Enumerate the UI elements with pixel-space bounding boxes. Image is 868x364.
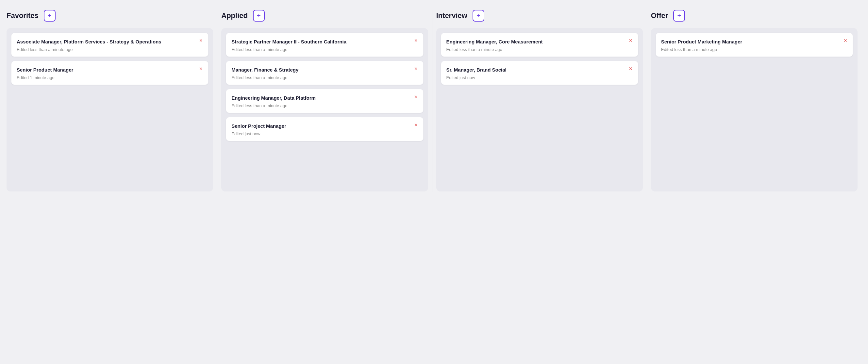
card[interactable]: Senior Product ManagerEdited 1 minute ag… (11, 61, 209, 85)
cards-container-favorites: Associate Manager, Platform Services - S… (6, 28, 213, 191)
card-edited-timestamp: Edited less than a minute ago (661, 47, 847, 52)
cards-container-offer: Senior Product Marketing ManagerEdited l… (651, 28, 858, 191)
card[interactable]: Engineering Manager, Data PlatformEdited… (226, 89, 423, 113)
card-remove-button[interactable]: ✕ (198, 66, 204, 71)
card[interactable]: Senior Product Marketing ManagerEdited l… (656, 33, 853, 57)
card-edited-timestamp: Edited 1 minute ago (17, 75, 203, 80)
card-remove-button[interactable]: ✕ (628, 37, 633, 43)
card-remove-button[interactable]: ✕ (413, 94, 418, 100)
column-title-offer: Offer (651, 11, 668, 20)
column-offer: Offer+Senior Product Marketing ManagerEd… (647, 10, 862, 191)
card-remove-button[interactable]: ✕ (628, 66, 633, 71)
card-edited-timestamp: Edited just now (446, 75, 633, 80)
card[interactable]: Manager, Finance & StrategyEdited less t… (226, 61, 423, 85)
add-card-button-offer[interactable]: + (673, 10, 685, 22)
column-title-applied: Applied (221, 11, 248, 20)
card-title: Senior Product Marketing Manager (661, 38, 847, 45)
card-edited-timestamp: Edited less than a minute ago (231, 47, 418, 52)
column-title-interview: Interview (436, 11, 467, 20)
card[interactable]: Sr. Manager, Brand SocialEdited just now… (441, 61, 638, 85)
card-title: Engineering Manager, Data Platform (231, 94, 418, 101)
card-edited-timestamp: Edited just now (231, 131, 418, 136)
card-edited-timestamp: Edited less than a minute ago (17, 47, 203, 52)
add-card-button-applied[interactable]: + (253, 10, 265, 22)
cards-container-applied: Strategic Partner Manager II - Southern … (221, 28, 428, 191)
column-header-offer: Offer+ (651, 10, 858, 22)
column-applied: Applied+Strategic Partner Manager II - S… (217, 10, 432, 191)
column-title-favorites: Favorites (6, 11, 38, 20)
card[interactable]: Senior Project ManagerEdited just now✕ (226, 117, 423, 141)
column-interview: Interview+Engineering Manager, Core Meas… (432, 10, 647, 191)
add-card-button-interview[interactable]: + (472, 10, 484, 22)
card-title: Manager, Finance & Strategy (231, 66, 418, 73)
card-remove-button[interactable]: ✕ (198, 37, 204, 43)
card-title: Senior Product Manager (17, 66, 203, 73)
card-remove-button[interactable]: ✕ (413, 66, 418, 71)
card-remove-button[interactable]: ✕ (413, 37, 418, 43)
card-remove-button[interactable]: ✕ (843, 37, 848, 43)
card[interactable]: Strategic Partner Manager II - Southern … (226, 33, 423, 57)
column-header-applied: Applied+ (221, 10, 428, 22)
card[interactable]: Engineering Manager, Core MeasurementEdi… (441, 33, 638, 57)
card-edited-timestamp: Edited less than a minute ago (231, 103, 418, 108)
card-title: Strategic Partner Manager II - Southern … (231, 38, 418, 45)
card-edited-timestamp: Edited less than a minute ago (231, 75, 418, 80)
card-title: Sr. Manager, Brand Social (446, 66, 633, 73)
card-title: Engineering Manager, Core Measurement (446, 38, 633, 45)
kanban-board: Favorites+Associate Manager, Platform Se… (6, 10, 862, 191)
card-remove-button[interactable]: ✕ (413, 122, 418, 128)
card-edited-timestamp: Edited less than a minute ago (446, 47, 633, 52)
card-title: Senior Project Manager (231, 123, 418, 129)
column-favorites: Favorites+Associate Manager, Platform Se… (6, 10, 217, 191)
column-header-favorites: Favorites+ (6, 10, 213, 22)
add-card-button-favorites[interactable]: + (44, 10, 56, 22)
column-header-interview: Interview+ (436, 10, 643, 22)
card-title: Associate Manager, Platform Services - S… (17, 38, 203, 45)
cards-container-interview: Engineering Manager, Core MeasurementEdi… (436, 28, 643, 191)
card[interactable]: Associate Manager, Platform Services - S… (11, 33, 209, 57)
